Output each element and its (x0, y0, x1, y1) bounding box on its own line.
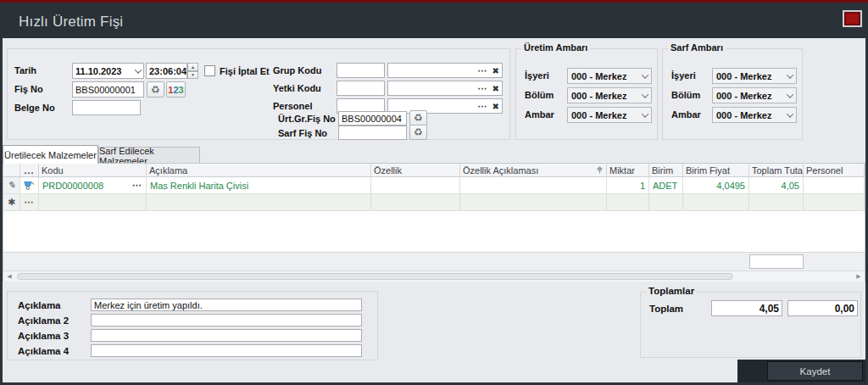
lookup-dots-icon[interactable]: ⋯ (478, 83, 488, 94)
table-row[interactable]: ✎ PRD00000008 ⋯ Mas Renkli Harita Çivisi… (3, 177, 865, 194)
chevron-down-icon (642, 71, 648, 78)
grid-summary-strip (3, 252, 865, 271)
tarih-time-input[interactable]: 23:06:04 (146, 63, 187, 79)
cell-toplam-tutar[interactable] (749, 194, 804, 211)
spin-up-icon[interactable]: ▲ (187, 63, 198, 71)
uretim-isyeri-label: İşyeri (525, 70, 549, 81)
clear-icon[interactable]: ✖ (492, 84, 499, 93)
yetki-kodu-code-input[interactable] (337, 81, 385, 96)
col-ozellik[interactable]: Özellik (371, 164, 460, 177)
uretim-isyeri-select[interactable]: 000 - Merkez (567, 68, 652, 84)
cell-birim-fiyat[interactable] (683, 194, 749, 211)
toplam-value-2[interactable]: 0,00 (787, 300, 858, 316)
urt-gr-fis-no-label: Ürt.Gr.Fiş No (278, 114, 336, 124)
fisi-iptal-checkbox[interactable] (204, 65, 215, 76)
lookup-dots-icon[interactable]: ⋯ (478, 65, 488, 76)
cell-miktar[interactable]: 1 (607, 177, 649, 194)
aciklama3-label: Açıklama 3 (18, 331, 69, 341)
chevron-down-icon (787, 71, 793, 78)
time-spinner[interactable]: ▲ ▼ (187, 63, 198, 79)
horizontal-scrollbar[interactable]: ◀ ▶ (3, 271, 865, 282)
uretim-bolum-select[interactable]: 000 - Merkez (567, 87, 652, 103)
col-personel[interactable]: Personel (804, 164, 865, 177)
sarf-bolum-label: Bölüm (671, 90, 700, 100)
col-ozellik-aciklamasi[interactable]: Özellik Açıklaması (460, 164, 607, 177)
cell-miktar[interactable] (607, 194, 649, 211)
col-toplam-tutar[interactable]: Toplam Tutar (749, 164, 804, 177)
kaydet-button[interactable]: Kaydet (767, 361, 863, 381)
clear-icon[interactable]: ✖ (492, 102, 499, 111)
aciklama4-input[interactable] (91, 344, 362, 357)
aciklama2-label: Açıklama 2 (18, 315, 69, 326)
table-new-row[interactable]: ✱ ⋯ (3, 194, 865, 211)
yetki-kodu-label: Yetki Kodu (273, 83, 321, 93)
title-bar: Hızlı Üretim Fişi (0, 0, 868, 38)
urt-gr-fis-no-input[interactable]: BBS00000004 (338, 111, 407, 126)
grup-kodu-desc-input[interactable]: ⋯ ✖ (387, 63, 503, 78)
grup-kodu-label: Grup Kodu (273, 65, 321, 75)
cell-ozellik[interactable] (371, 194, 460, 211)
aciklama3-input[interactable] (91, 329, 362, 342)
cell-birim[interactable] (649, 194, 683, 211)
aciklama-input[interactable]: Merkez için üretim yapıldı. (91, 299, 362, 311)
uretim-ambari-group: Üretim Ambarı İşyeri 000 - Merkez Bölüm … (515, 48, 658, 140)
recycle-icon[interactable]: ♻ (147, 81, 164, 98)
toplam-label: Toplam (649, 304, 683, 314)
cell-personel[interactable] (804, 194, 865, 211)
recycle-icon[interactable]: ♻ (409, 110, 427, 126)
numbering-123-icon[interactable]: 123 (166, 81, 186, 98)
tab-uretilecek-malzemeler[interactable]: Üretilecek Malzemeler (3, 145, 98, 164)
scroll-left-icon[interactable]: ◀ (3, 271, 15, 282)
tarih-label: Tarih (14, 65, 36, 75)
belge-no-input[interactable] (72, 100, 141, 115)
col-dots[interactable]: ... (20, 164, 39, 177)
recycle-icon[interactable]: ♻ (409, 125, 427, 140)
quick-production-slip-window: Hızlı Üretim Fişi Tarih 11.10.2023 23:06… (0, 0, 868, 385)
tarih-date-input[interactable]: 11.10.2023 (72, 63, 144, 79)
toplam-value-1[interactable]: 4,05 (711, 300, 782, 316)
sarf-isyeri-select[interactable]: 000 - Merkez (712, 68, 797, 84)
cell-dots[interactable]: ⋯ (20, 194, 39, 211)
sarf-ambar-select[interactable]: 000 - Merkez (712, 107, 797, 123)
uretim-ambar-label: Ambar (525, 109, 554, 120)
tab-sarf-edilecek-malzemeler[interactable]: Sarf Edilecek Malzemeler (98, 147, 200, 164)
grid-corner (3, 164, 20, 177)
spin-down-icon[interactable]: ▼ (187, 71, 198, 80)
cell-aciklama[interactable]: Mas Renkli Harita Çivisi (147, 177, 371, 194)
cell-toplam-tutar[interactable]: 4,05 (749, 177, 804, 194)
col-aciklama[interactable]: Açıklama (147, 164, 371, 177)
cell-kodu[interactable]: PRD00000008 ⋯ (39, 177, 147, 194)
cell-ozellik[interactable] (371, 177, 460, 194)
col-miktar[interactable]: Miktar (607, 164, 649, 177)
toplamlar-title: Toplamlar (646, 286, 697, 296)
cell-birim-fiyat[interactable]: 4,0495 (683, 177, 749, 194)
sarf-fis-no-input[interactable] (338, 126, 407, 140)
lookup-dots-icon[interactable]: ⋯ (478, 101, 488, 112)
cell-ozellik-aciklamasi[interactable] (460, 194, 607, 211)
lookup-dots-icon[interactable]: ⋯ (132, 180, 142, 191)
cell-aciklama[interactable] (147, 194, 371, 211)
sarf-bolum-select[interactable]: 000 - Merkez (712, 87, 797, 103)
col-kodu[interactable]: Kodu (39, 164, 147, 177)
uretim-ambar-select[interactable]: 000 - Merkez (567, 107, 652, 123)
grup-kodu-code-input[interactable] (337, 63, 385, 78)
yetki-kodu-desc-input[interactable]: ⋯ ✖ (387, 81, 503, 96)
aciklama2-input[interactable] (91, 314, 362, 326)
scroll-right-icon[interactable]: ▶ (853, 271, 865, 282)
close-icon[interactable] (843, 10, 862, 27)
cell-birim[interactable]: ADET (649, 177, 683, 194)
col-birim-fiyat[interactable]: Birim Fiyat (683, 164, 749, 177)
summary-total-box[interactable] (749, 254, 804, 269)
grid-empty-area (3, 211, 865, 252)
grid-header-row: ... Kodu Açıklama Özellik Özellik Açıkla… (3, 164, 865, 177)
fis-no-input[interactable]: BBS00000001 (72, 81, 144, 98)
clear-icon[interactable]: ✖ (492, 66, 499, 75)
cell-ozellik-aciklamasi[interactable] (460, 177, 607, 194)
col-birim[interactable]: Birim (649, 164, 683, 177)
chevron-down-icon[interactable] (135, 66, 142, 73)
page-title: Hızlı Üretim Fişi (19, 14, 123, 31)
row-edit-indicator: ✎ (3, 177, 20, 194)
scrollbar-thumb[interactable] (17, 273, 733, 280)
cell-kodu[interactable] (39, 194, 147, 211)
cell-personel[interactable] (804, 177, 865, 194)
